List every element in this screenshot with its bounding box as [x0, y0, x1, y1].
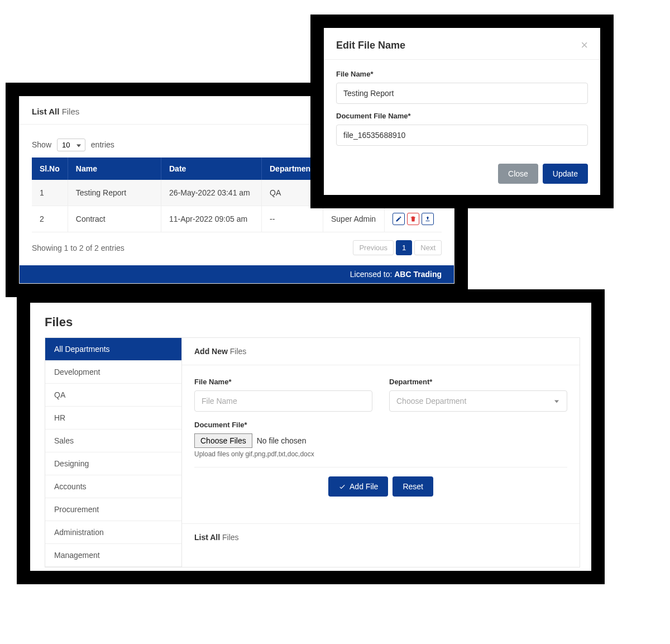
showing-entries-text: Showing 1 to 2 of 2 entries — [32, 244, 125, 252]
previous-button[interactable]: Previous — [353, 240, 394, 255]
add-new-header: Add New Files — [182, 338, 580, 365]
file-name-input[interactable] — [194, 390, 372, 412]
sidebar-item-procurement[interactable]: Procurement — [45, 498, 181, 521]
row-actions — [393, 213, 434, 225]
page-title: Files — [30, 303, 591, 337]
add-file-button[interactable]: Add File — [328, 476, 388, 497]
sidebar-item-development[interactable]: Development — [45, 361, 181, 384]
close-button[interactable]: Close — [498, 164, 538, 184]
sidebar-item-all-departments[interactable]: All Departments — [45, 338, 181, 361]
sidebar-item-sales[interactable]: Sales — [45, 430, 181, 452]
update-button[interactable]: Update — [543, 164, 588, 184]
table-row: 2 Contract 11-Apr-2022 09:05 am -- Super… — [32, 206, 442, 232]
choose-files-button[interactable]: Choose Files — [194, 433, 252, 448]
sidebar-item-hr[interactable]: HR — [45, 407, 181, 430]
sidebar-item-management[interactable]: Management — [45, 544, 181, 567]
col-name[interactable]: Name — [68, 158, 161, 180]
cell-name: Testing Report — [68, 180, 161, 206]
cell-department: -- — [262, 206, 323, 232]
add-new-title-suffix: Files — [230, 347, 247, 356]
entries-label: entries — [91, 140, 114, 149]
add-new-title-prefix: Add New — [194, 347, 228, 356]
col-date[interactable]: Date — [161, 158, 262, 180]
pagination: Previous 1 Next — [353, 240, 442, 255]
check-icon — [338, 483, 346, 490]
cell-slno: 2 — [32, 206, 68, 232]
license-company: ABC Trading — [394, 270, 442, 279]
pencil-icon[interactable] — [393, 213, 405, 225]
edit-file-name-modal: Edit File Name × File Name* Document Fil… — [324, 28, 600, 195]
reset-button[interactable]: Reset — [393, 476, 433, 497]
list-all-title-prefix: List All — [32, 107, 59, 116]
cell-name: Contract — [68, 206, 161, 232]
list-all-files-header: List All Files — [182, 523, 580, 551]
file-chosen-status: No file chosen — [252, 434, 311, 447]
col-slno[interactable]: Sl.No — [32, 158, 68, 180]
list-all-title-suffix: Files — [62, 107, 80, 116]
modal-title: Edit File Name — [336, 40, 405, 51]
files-page: Files All Departments Development QA HR … — [30, 303, 591, 571]
cell-uploaded: Super Admin — [323, 206, 385, 232]
cell-department: QA — [262, 180, 323, 206]
department-sidebar: All Departments Development QA HR Sales … — [45, 337, 181, 567]
next-button[interactable]: Next — [414, 240, 442, 255]
col-department[interactable]: Department — [262, 158, 323, 180]
document-file-label: Document File* — [194, 421, 567, 429]
page-1-button[interactable]: 1 — [396, 240, 412, 255]
list-all-files-prefix: List All — [194, 533, 220, 542]
modal-file-name-label: File Name* — [336, 70, 588, 78]
upload-hint: Upload files only gif,png,pdf,txt,doc,do… — [194, 450, 567, 458]
sidebar-item-qa[interactable]: QA — [45, 384, 181, 407]
main-column: Add New Files File Name* Department* Cho… — [181, 337, 580, 567]
modal-doc-file-name-label: Document File Name* — [336, 112, 588, 120]
add-file-label: Add File — [350, 482, 378, 491]
department-placeholder: Choose Department — [396, 397, 466, 406]
show-entries: Show 10 entries — [32, 139, 114, 151]
cell-date: 11-Apr-2022 09:05 am — [161, 206, 262, 232]
sidebar-item-accounts[interactable]: Accounts — [45, 475, 181, 498]
department-select[interactable]: Choose Department — [389, 390, 567, 412]
license-bar: Licensed to: ABC Trading — [20, 265, 454, 283]
modal-doc-file-name-input[interactable] — [336, 125, 588, 146]
entries-select[interactable]: 10 — [57, 139, 85, 151]
department-label: Department* — [389, 378, 567, 386]
upload-icon[interactable] — [422, 213, 434, 225]
cell-date: 26-May-2022 03:41 am — [161, 180, 262, 206]
close-icon[interactable]: × — [581, 39, 588, 51]
list-all-files-suffix: Files — [222, 533, 239, 542]
cell-slno: 1 — [32, 180, 68, 206]
sidebar-item-administration[interactable]: Administration — [45, 521, 181, 544]
modal-file-name-input[interactable] — [336, 83, 588, 104]
license-prefix: Licensed to: — [350, 270, 393, 279]
file-name-label: File Name* — [194, 378, 372, 386]
sidebar-item-designing[interactable]: Designing — [45, 452, 181, 475]
trash-icon[interactable] — [407, 213, 419, 225]
show-label: Show — [32, 140, 51, 149]
